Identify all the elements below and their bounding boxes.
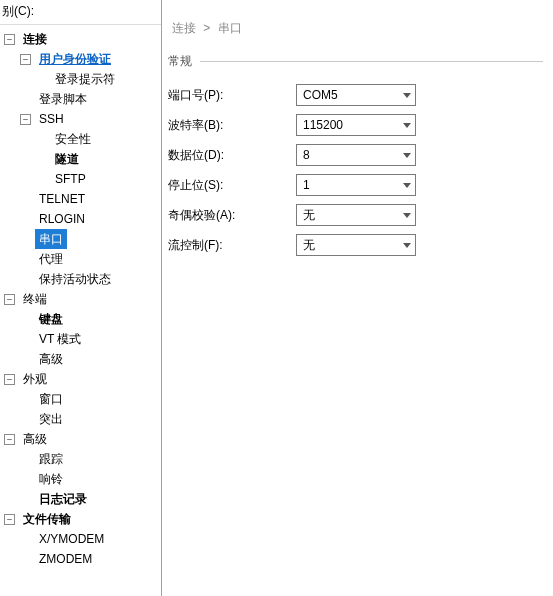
tree-label: SFTP [51,169,90,189]
label-port: 端口号(P): [168,87,296,104]
breadcrumb: 连接 > 串口 [162,0,553,47]
chevron-down-icon [403,213,411,218]
tree-label: 文件传输 [19,509,75,529]
tree-item-vt-mode[interactable]: VT 模式 [0,329,161,349]
tree-item-appearance[interactable]: − 外观 [0,369,161,389]
spacer-icon [20,534,31,545]
tree-item-window[interactable]: 窗口 [0,389,161,409]
tree-item-rlogin[interactable]: RLOGIN [0,209,161,229]
tree-item-login-script[interactable]: 登录脚本 [0,89,161,109]
settings-pane: 连接 > 串口 常规 端口号(P): COM5 波特率(B): [162,0,553,596]
select-baud[interactable]: 115200 [296,114,416,136]
tree-label: 隧道 [51,149,83,169]
tree-label: 代理 [35,249,67,269]
tree-item-ssh[interactable]: − SSH [0,109,161,129]
select-value: 无 [303,207,315,224]
divider-icon [200,61,543,62]
row-flowctl: 流控制(F): 无 [168,230,543,260]
tree-item-zmodem[interactable]: ZMODEM [0,549,161,569]
spacer-icon [36,174,47,185]
tree-label: X/YMODEM [35,529,108,549]
spacer-icon [20,354,31,365]
select-flowctl[interactable]: 无 [296,234,416,256]
row-databits: 数据位(D): 8 [168,140,543,170]
tree-item-terminal[interactable]: − 终端 [0,289,161,309]
spacer-icon [20,494,31,505]
tree-item-keyboard[interactable]: 键盘 [0,309,161,329]
row-stopbits: 停止位(S): 1 [168,170,543,200]
select-value: COM5 [303,88,338,102]
select-databits[interactable]: 8 [296,144,416,166]
tree-item-file-transfer[interactable]: − 文件传输 [0,509,161,529]
tree-label: 响铃 [35,469,67,489]
spacer-icon [20,414,31,425]
row-baud: 波特率(B): 115200 [168,110,543,140]
chevron-down-icon [403,243,411,248]
breadcrumb-current: 串口 [218,21,242,35]
tree-label: TELNET [35,189,89,209]
minus-icon[interactable]: − [20,114,31,125]
minus-icon[interactable]: − [4,374,15,385]
select-parity[interactable]: 无 [296,204,416,226]
tree-label: 高级 [35,349,67,369]
label-parity: 奇偶校验(A): [168,207,296,224]
tree-label: 登录提示符 [51,69,119,89]
spacer-icon [36,134,47,145]
tree-item-ssh-tunnel[interactable]: 隧道 [0,149,161,169]
tree-item-logging[interactable]: 日志记录 [0,489,161,509]
select-value: 8 [303,148,310,162]
select-value: 无 [303,237,315,254]
tree-item-login-prompt[interactable]: 登录提示符 [0,69,161,89]
select-value: 1 [303,178,310,192]
tree-label: 窗口 [35,389,67,409]
tree-item-terminal-advanced[interactable]: 高级 [0,349,161,369]
spacer-icon [20,94,31,105]
tree-item-xymodem[interactable]: X/YMODEM [0,529,161,549]
tree-label: VT 模式 [35,329,85,349]
minus-icon[interactable]: − [4,514,15,525]
tree-label: 日志记录 [35,489,91,509]
tree-label: 用户身份验证 [35,49,115,69]
select-value: 115200 [303,118,343,132]
chevron-down-icon [403,183,411,188]
minus-icon[interactable]: − [4,434,15,445]
chevron-down-icon [403,153,411,158]
minus-icon[interactable]: − [20,54,31,65]
spacer-icon [20,194,31,205]
tree-label: 跟踪 [35,449,67,469]
spacer-icon [20,234,31,245]
spacer-icon [20,474,31,485]
form: 端口号(P): COM5 波特率(B): 115200 [162,80,553,260]
spacer-icon [20,394,31,405]
tree-item-auth[interactable]: − 用户身份验证 [0,49,161,69]
tree-item-advanced[interactable]: − 高级 [0,429,161,449]
spacer-icon [20,314,31,325]
chevron-down-icon [403,123,411,128]
tree-item-telnet[interactable]: TELNET [0,189,161,209]
tree-item-bell[interactable]: 响铃 [0,469,161,489]
row-parity: 奇偶校验(A): 无 [168,200,543,230]
breadcrumb-root: 连接 [172,21,196,35]
tree-label: RLOGIN [35,209,89,229]
minus-icon[interactable]: − [4,34,15,45]
select-stopbits[interactable]: 1 [296,174,416,196]
select-port[interactable]: COM5 [296,84,416,106]
tree-item-highlight[interactable]: 突出 [0,409,161,429]
label-baud: 波特率(B): [168,117,296,134]
minus-icon[interactable]: − [4,294,15,305]
category-tree-pane: 别(C): − 连接 − 用户身份验证 登录提示符 登录脚本 [0,0,162,596]
tree-label: 保持活动状态 [35,269,115,289]
tree-item-trace[interactable]: 跟踪 [0,449,161,469]
tree-item-proxy[interactable]: 代理 [0,249,161,269]
tree-item-serial[interactable]: 串口 [0,229,161,249]
tree-item-ssh-sftp[interactable]: SFTP [0,169,161,189]
tree-item-keepalive[interactable]: 保持活动状态 [0,269,161,289]
category-tree[interactable]: − 连接 − 用户身份验证 登录提示符 登录脚本 − SSH [0,25,161,596]
spacer-icon [36,74,47,85]
tree-item-ssh-security[interactable]: 安全性 [0,129,161,149]
tree-label: 连接 [19,29,51,49]
tree-label: ZMODEM [35,549,96,569]
tree-label: 外观 [19,369,51,389]
tree-item-connection[interactable]: − 连接 [0,29,161,49]
label-flowctl: 流控制(F): [168,237,296,254]
